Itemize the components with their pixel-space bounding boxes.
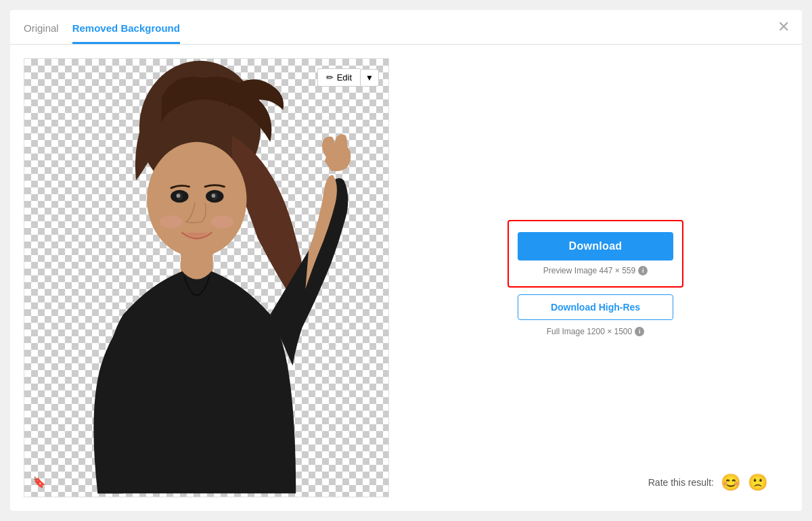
right-panel: Download Preview Image 447 × 559 i Downl… xyxy=(403,58,788,497)
tab-original[interactable]: Original xyxy=(24,22,59,44)
image-panel: ✏ Edit ▼ 🔖 xyxy=(24,58,389,497)
edit-button[interactable]: ✏ Edit xyxy=(317,68,360,87)
person-image xyxy=(24,59,388,497)
preview-image-info: Preview Image 447 × 559 i xyxy=(543,266,648,275)
preview-info-icon: i xyxy=(638,266,648,275)
checkerboard-background: ✏ Edit ▼ 🔖 xyxy=(24,59,388,497)
happy-face-button[interactable]: 😊 xyxy=(721,473,741,492)
edit-button-area: ✏ Edit ▼ xyxy=(317,68,379,87)
rate-section: Rate this result: 😊 🙁 xyxy=(648,473,768,492)
svg-point-8 xyxy=(212,194,216,198)
svg-point-7 xyxy=(177,194,181,198)
download-highlight-section: Download Preview Image 447 × 559 i xyxy=(508,220,683,288)
bookmark-icon: 🔖 xyxy=(32,476,46,489)
full-image-info-icon: i xyxy=(635,327,644,336)
pencil-icon: ✏ xyxy=(326,72,334,83)
dropdown-arrow-icon: ▼ xyxy=(365,73,374,83)
full-image-info: Full Image 1200 × 1500 i xyxy=(547,327,644,336)
tab-removed-background[interactable]: Removed Background xyxy=(72,22,180,44)
rate-label: Rate this result: xyxy=(648,477,714,488)
svg-point-10 xyxy=(211,215,234,228)
download-highres-button[interactable]: Download High-Res xyxy=(518,294,673,320)
sad-face-button[interactable]: 🙁 xyxy=(748,473,768,492)
svg-point-1 xyxy=(147,142,246,257)
edit-label: Edit xyxy=(337,72,352,83)
download-button[interactable]: Download xyxy=(518,232,673,260)
modal-header: Original Removed Background ✕ xyxy=(10,10,802,45)
svg-point-9 xyxy=(160,215,183,228)
modal-body: ✏ Edit ▼ 🔖 Download Preview Image 447 × … xyxy=(10,45,802,511)
edit-dropdown-button[interactable]: ▼ xyxy=(360,69,379,87)
close-button[interactable]: ✕ xyxy=(777,20,790,35)
modal-container: Original Removed Background ✕ xyxy=(10,10,802,511)
